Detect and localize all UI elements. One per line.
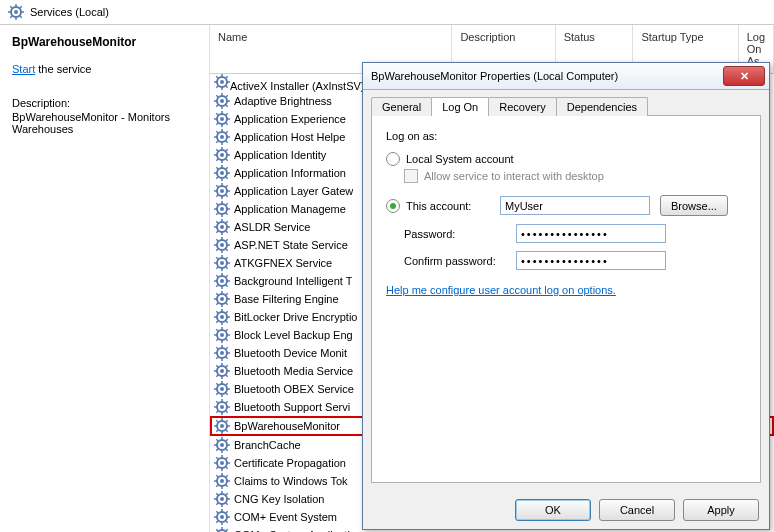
- start-service-suffix: the service: [35, 63, 91, 75]
- service-name: Bluetooth Device Monit: [234, 347, 347, 359]
- service-name: ASP.NET State Service: [234, 239, 348, 251]
- tab-recovery[interactable]: Recovery: [488, 97, 556, 116]
- service-name: Claims to Windows Tok: [234, 475, 348, 487]
- service-name: BranchCache: [234, 439, 301, 451]
- gear-icon: [214, 491, 230, 507]
- description-label: Description:: [12, 97, 197, 109]
- gear-icon: [214, 183, 230, 199]
- service-name: ATKGFNEX Service: [234, 257, 332, 269]
- service-name: Application Manageme: [234, 203, 346, 215]
- service-name: Bluetooth Support Servi: [234, 401, 350, 413]
- detail-pane: BpWarehouseMonitor Start the service Des…: [0, 25, 210, 532]
- gear-icon: [214, 255, 230, 271]
- service-name: Application Identity: [234, 149, 326, 161]
- close-icon: ✕: [740, 70, 749, 83]
- gear-icon: [214, 527, 230, 532]
- radio-this-account-label: This account:: [400, 200, 500, 212]
- apply-button[interactable]: Apply: [683, 499, 759, 521]
- dialog-titlebar[interactable]: BpWarehouseMonitor Properties (Local Com…: [363, 63, 769, 90]
- confirm-password-label: Confirm password:: [386, 255, 516, 267]
- tab-strip: General Log On Recovery Dependencies: [363, 90, 769, 115]
- properties-dialog: BpWarehouseMonitor Properties (Local Com…: [362, 62, 770, 530]
- gear-icon: [214, 93, 230, 109]
- tab-general[interactable]: General: [371, 97, 432, 116]
- password-input[interactable]: [516, 224, 666, 243]
- gear-icon: [214, 455, 230, 471]
- gear-icon: [214, 345, 230, 361]
- gear-icon: [214, 381, 230, 397]
- service-name: Application Layer Gatew: [234, 185, 353, 197]
- dialog-title: BpWarehouseMonitor Properties (Local Com…: [371, 70, 723, 82]
- checkbox-allow-interact-label: Allow service to interact with desktop: [424, 170, 604, 182]
- service-name: Application Experience: [234, 113, 346, 125]
- service-name: Bluetooth OBEX Service: [234, 383, 354, 395]
- service-name: BitLocker Drive Encryptio: [234, 311, 358, 323]
- service-name: Background Intelligent T: [234, 275, 352, 287]
- service-name: Certificate Propagation: [234, 457, 346, 469]
- service-name: ASLDR Service: [234, 221, 310, 233]
- service-name: Base Filtering Engine: [234, 293, 339, 305]
- gear-icon: [214, 418, 230, 434]
- start-service-link[interactable]: Start: [12, 63, 35, 75]
- gear-icon: [214, 74, 230, 90]
- description-text: BpWarehouseMonitor - Monitors Warehouses: [12, 111, 197, 135]
- gear-icon: [214, 473, 230, 489]
- gear-icon: [214, 309, 230, 325]
- help-link[interactable]: Help me configure user account log on op…: [386, 284, 616, 296]
- services-titlebar: Services (Local): [0, 0, 774, 25]
- service-name: Application Information: [234, 167, 346, 179]
- gear-icon: [214, 363, 230, 379]
- service-name: COM+ Event System: [234, 511, 337, 523]
- logon-as-label: Log on as:: [386, 130, 746, 142]
- close-button[interactable]: ✕: [723, 66, 765, 86]
- service-name: Bluetooth Media Service: [234, 365, 353, 377]
- gear-icon: [214, 273, 230, 289]
- tab-panel-logon: Log on as: Local System account Allow se…: [371, 115, 761, 483]
- radio-local-system-label: Local System account: [406, 153, 514, 165]
- gear-icon: [214, 201, 230, 217]
- service-name: BpWarehouseMonitor: [234, 420, 340, 432]
- radio-local-system[interactable]: [386, 152, 400, 166]
- browse-button[interactable]: Browse...: [660, 195, 728, 216]
- tab-dependencies[interactable]: Dependencies: [556, 97, 648, 116]
- start-service-line: Start the service: [12, 63, 197, 75]
- service-name: Application Host Helpe: [234, 131, 345, 143]
- gear-icon: [214, 291, 230, 307]
- gear-icon: [214, 237, 230, 253]
- account-input[interactable]: [500, 196, 650, 215]
- checkbox-allow-interact: [404, 169, 418, 183]
- ok-button[interactable]: OK: [515, 499, 591, 521]
- gear-icon: [214, 399, 230, 415]
- gear-icon: [214, 219, 230, 235]
- gear-icon: [214, 437, 230, 453]
- confirm-password-input[interactable]: [516, 251, 666, 270]
- gear-icon: [214, 165, 230, 181]
- password-label: Password:: [386, 228, 516, 240]
- service-name: Block Level Backup Eng: [234, 329, 353, 341]
- gear-icon: [214, 129, 230, 145]
- gear-icon: [214, 509, 230, 525]
- gear-icon: [214, 327, 230, 343]
- selected-service-name: BpWarehouseMonitor: [12, 35, 197, 49]
- tab-logon[interactable]: Log On: [431, 97, 489, 116]
- titlebar-label: Services (Local): [30, 6, 109, 18]
- service-name: CNG Key Isolation: [234, 493, 324, 505]
- gear-icon: [214, 147, 230, 163]
- gear-icon: [214, 111, 230, 127]
- radio-this-account[interactable]: [386, 199, 400, 213]
- service-name: Adaptive Brightness: [234, 95, 332, 107]
- cancel-button[interactable]: Cancel: [599, 499, 675, 521]
- gear-icon: [8, 4, 24, 20]
- service-name: ActiveX Installer (AxInstSV): [230, 80, 365, 92]
